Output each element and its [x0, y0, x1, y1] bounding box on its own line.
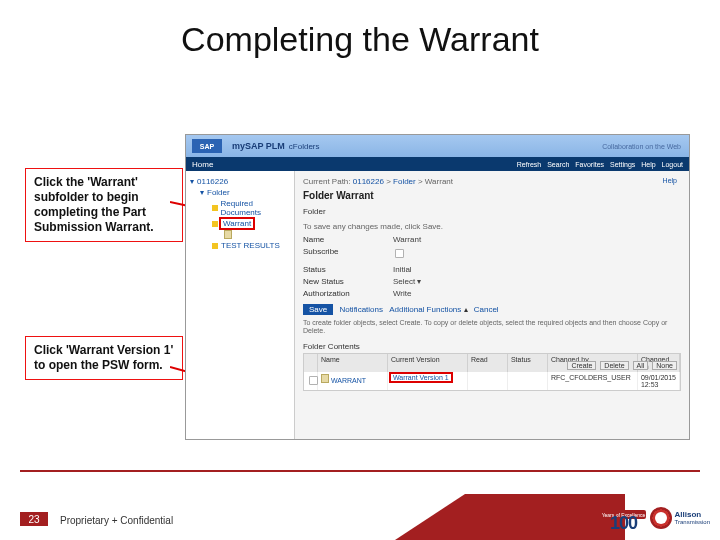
tree-test-results[interactable]: TEST RESULTS [221, 241, 280, 250]
label-name: Name [303, 235, 393, 244]
select-none-button[interactable]: None [652, 361, 677, 370]
footer-rule [20, 470, 700, 472]
th-read: Read [468, 354, 508, 372]
properties-grid: NameWarrant Subscribe StatusInitial New … [303, 235, 681, 298]
additional-functions-link[interactable]: Additional Functions [389, 305, 461, 314]
value-authorization: Write [393, 289, 681, 298]
label-subscribe: Subscribe [303, 247, 393, 262]
content-pane: Help Current Path: 0116226 > Folder > Wa… [295, 171, 689, 439]
document-icon [224, 230, 232, 239]
callout-warrant-version: Click 'Warrant Version 1' to open the PS… [25, 336, 183, 380]
breadcrumb-current: Warrant [425, 177, 453, 186]
callout-warrant-subfolder: Click the 'Warrant' subfolder to begin c… [25, 168, 183, 242]
create-button[interactable]: Create [567, 361, 596, 370]
tree-root[interactable]: 0116226 [197, 177, 228, 186]
label-authorization: Authorization [303, 289, 393, 298]
cancel-link[interactable]: Cancel [474, 305, 499, 314]
delete-button[interactable]: Delete [600, 361, 628, 370]
tree-warrant[interactable]: Warrant [221, 219, 253, 228]
folder-contents-label: Folder Contents [303, 342, 681, 351]
instruction-text: To create folder objects, select Create.… [303, 319, 681, 336]
row-changed-by: RFC_CFOLDERS_USER [548, 372, 638, 390]
row-checkbox[interactable] [309, 376, 318, 385]
save-hint: To save any changes made, click Save. [303, 222, 681, 231]
hundred-years-logo: Years of Excellence 100 [602, 502, 646, 534]
allison-logo: AllisonTransmission [650, 507, 710, 529]
folder-tree: ▾0116226 ▾Folder Required Documents Warr… [186, 171, 295, 439]
notifications-link[interactable]: Notifications [339, 305, 383, 314]
document-icon [321, 374, 329, 383]
th-status: Status [508, 354, 548, 372]
tree-folder[interactable]: Folder [207, 188, 230, 197]
sap-product: mySAP PLM [232, 141, 285, 151]
tree-required-docs[interactable]: Required Documents [221, 199, 290, 217]
page-number: 23 [20, 512, 48, 526]
breadcrumb-label: Current Path: [303, 177, 351, 186]
breadcrumb: Current Path: 0116226 > Folder > Warrant [303, 177, 681, 186]
gear-icon [650, 507, 672, 529]
bullet-icon [212, 243, 218, 249]
nav-home[interactable]: Home [192, 160, 213, 169]
breadcrumb-folder[interactable]: Folder [393, 177, 416, 186]
save-button[interactable]: Save [303, 304, 333, 315]
label-new-status: New Status [303, 277, 393, 286]
sap-logo: SAP [192, 139, 222, 153]
sap-screenshot: SAP mySAP PLM cFolders Collaboration on … [185, 134, 690, 440]
slide-footer: 23 Proprietary + Confidential Years of E… [0, 470, 720, 540]
slide-title: Completing the Warrant [0, 20, 720, 59]
breadcrumb-root[interactable]: 0116226 [353, 177, 384, 186]
footer-wedge [425, 494, 625, 540]
table-row: WARRANT Warrant Version 1 RFC_CFOLDERS_U… [304, 372, 680, 390]
label-status: Status [303, 265, 393, 274]
row-version-link[interactable]: Warrant Version 1 [391, 374, 451, 381]
nav-links[interactable]: Refresh Search Favorites Settings Help L… [517, 161, 683, 168]
brand-line2: Transmission [675, 519, 710, 525]
value-new-status[interactable]: Select ▾ [393, 277, 681, 286]
contents-table: Name Current Version Read Status Changed… [303, 353, 681, 391]
brand-line1: Allison [675, 510, 702, 519]
sap-tagline: Collaboration on the Web [602, 143, 681, 150]
row-name-link[interactable]: WARRANT [318, 372, 388, 390]
help-link[interactable]: Help [663, 177, 677, 184]
action-bar: Save Notifications Additional Functions … [303, 304, 681, 315]
th-version: Current Version [388, 354, 468, 372]
sap-titlebar: SAP mySAP PLM cFolders Collaboration on … [186, 135, 689, 157]
footer-logos: Years of Excellence 100 AllisonTransmiss… [602, 502, 710, 534]
hundred-text: 100 [602, 513, 646, 534]
value-status: Initial [393, 265, 681, 274]
sap-navbar: Home Refresh Search Favorites Settings H… [186, 157, 689, 171]
row-changed-on: 09/01/2015 12:53 [638, 372, 680, 390]
value-name: Warrant [393, 235, 681, 244]
select-all-button[interactable]: All [633, 361, 649, 370]
subscribe-checkbox[interactable] [395, 249, 404, 258]
page-subheading: Folder [303, 207, 681, 216]
confidential-label: Proprietary + Confidential [60, 515, 173, 526]
sap-subproduct: cFolders [289, 142, 320, 151]
th-name: Name [318, 354, 388, 372]
bullet-icon [212, 205, 218, 211]
page-heading: Folder Warrant [303, 190, 681, 201]
bullet-icon [212, 221, 218, 227]
